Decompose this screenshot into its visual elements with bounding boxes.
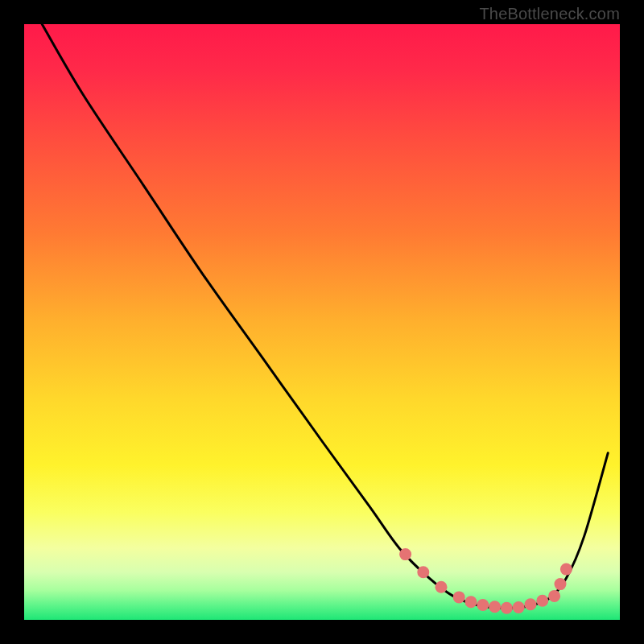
marker-point — [399, 548, 411, 560]
marker-point — [555, 578, 567, 590]
marker-point — [436, 581, 448, 593]
marker-point — [489, 601, 501, 613]
marker-point — [453, 591, 465, 603]
plot-area — [24, 24, 620, 620]
chart-frame: TheBottleneck.com — [0, 0, 644, 644]
marker-point — [465, 596, 477, 608]
gradient-background — [24, 24, 620, 620]
marker-point — [501, 602, 513, 614]
marker-point — [525, 598, 537, 610]
marker-point — [417, 566, 429, 578]
marker-point — [560, 564, 572, 576]
attribution-label: TheBottleneck.com — [479, 5, 620, 23]
marker-point — [477, 599, 489, 611]
marker-point — [536, 595, 548, 607]
marker-point — [548, 590, 560, 602]
chart-svg — [24, 24, 620, 620]
marker-point — [513, 601, 525, 613]
